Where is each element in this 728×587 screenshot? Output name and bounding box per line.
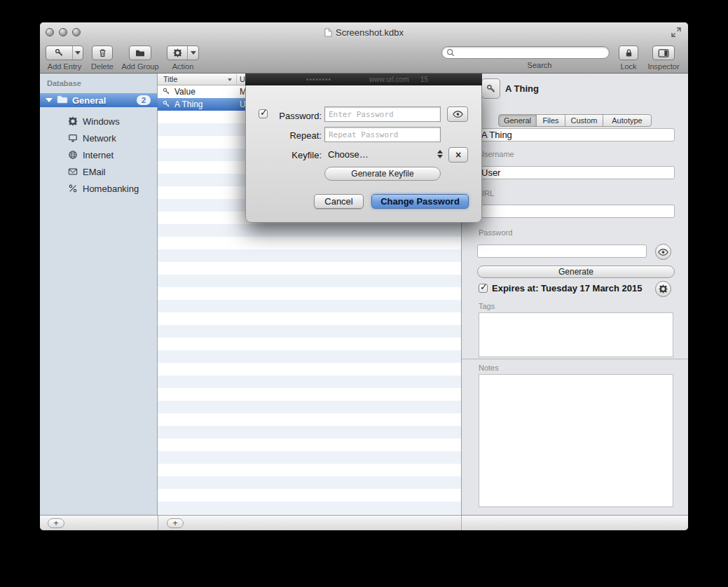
toolbar-lock: Lock bbox=[617, 46, 640, 71]
percent-icon bbox=[68, 184, 78, 193]
add-entry-plus-button[interactable]: + bbox=[167, 518, 184, 528]
search-label: Search bbox=[511, 61, 568, 69]
expires-label: Expires at: Tuesday 17 March 2015 bbox=[492, 283, 642, 294]
gear-icon bbox=[167, 46, 187, 60]
sheet-show-password-button[interactable] bbox=[447, 106, 468, 122]
expires-checkbox[interactable]: ✓ bbox=[479, 284, 488, 293]
sidebar-item-email[interactable]: EMail bbox=[40, 163, 158, 180]
lock-button[interactable] bbox=[619, 46, 638, 60]
sidebar-item-label: Windows bbox=[83, 116, 120, 127]
sheet-keyfile-label: Keyfile: bbox=[260, 150, 322, 160]
expires-settings-button[interactable] bbox=[655, 281, 671, 297]
sidebar-item-windows[interactable]: Windows bbox=[40, 113, 158, 130]
chevron-down-icon bbox=[191, 51, 196, 55]
inspector-tabs: General Files Custom Autotype bbox=[498, 114, 652, 127]
group-count-badge: 2 bbox=[137, 95, 151, 105]
username-label: Username bbox=[479, 150, 514, 158]
password-label: Password bbox=[479, 228, 512, 237]
add-entry-label: Add Entry bbox=[46, 62, 83, 71]
toolbar-inspector: Inspector bbox=[645, 46, 682, 71]
username-field[interactable] bbox=[477, 166, 675, 179]
keyfile-popup-value: Choose… bbox=[328, 149, 369, 160]
action-button[interactable] bbox=[167, 46, 199, 60]
entry-title-cell: Value bbox=[174, 85, 195, 98]
title-field[interactable] bbox=[477, 128, 675, 141]
add-group-plus-button[interactable]: + bbox=[48, 518, 64, 528]
disclosure-triangle-icon[interactable] bbox=[46, 98, 53, 102]
entry-key-icon bbox=[481, 78, 500, 99]
change-password-button[interactable]: Change Password bbox=[371, 194, 469, 209]
clear-keyfile-button[interactable]: × bbox=[448, 147, 468, 163]
sheet-repeat-label: Repeat: bbox=[260, 130, 322, 141]
show-password-button[interactable] bbox=[655, 244, 671, 260]
tab-custom[interactable]: Custom bbox=[565, 114, 603, 127]
sidebar-item-label: Network bbox=[83, 133, 116, 144]
keyfile-popup[interactable]: Choose… bbox=[324, 146, 446, 162]
toolbar-delete: Delete bbox=[90, 46, 115, 71]
app-window: Screenshot.kdbx Add Entry bbox=[40, 22, 688, 530]
lock-label: Lock bbox=[617, 62, 640, 71]
tab-autotype[interactable]: Autotype bbox=[603, 114, 652, 127]
notes-textarea[interactable] bbox=[479, 374, 673, 507]
obscured-url-cell: www.url.com bbox=[369, 76, 409, 83]
password-field[interactable] bbox=[477, 244, 647, 258]
gear-icon bbox=[659, 284, 668, 294]
action-label: Action bbox=[167, 62, 199, 71]
folder-icon bbox=[57, 95, 68, 106]
envelope-icon bbox=[68, 167, 78, 177]
delete-button[interactable] bbox=[92, 46, 113, 60]
globe-icon bbox=[68, 150, 78, 160]
search-field[interactable] bbox=[441, 46, 610, 59]
sidebar-item-internet[interactable]: Internet bbox=[40, 146, 158, 163]
sidebar-group-general[interactable]: General 2 bbox=[40, 93, 158, 107]
add-entry-dropdown[interactable] bbox=[72, 46, 83, 60]
generate-password-button[interactable]: Generate bbox=[477, 265, 675, 278]
sidebar-item-label: Internet bbox=[83, 150, 114, 160]
search-icon bbox=[446, 48, 455, 57]
column-divider[interactable] bbox=[236, 74, 237, 85]
bottom-bar: + + bbox=[40, 515, 688, 530]
obscured-password-cell: •••••••• bbox=[306, 76, 331, 83]
url-field[interactable] bbox=[477, 205, 675, 218]
sidebar-item-label: Homebanking bbox=[83, 184, 139, 194]
window-chrome: Screenshot.kdbx Add Entry bbox=[40, 22, 688, 74]
sidebar-item-homebanking[interactable]: Homebanking bbox=[40, 180, 158, 197]
sheet-password-input[interactable] bbox=[324, 106, 441, 122]
tags-textarea[interactable] bbox=[479, 312, 673, 357]
add-group-button[interactable] bbox=[129, 46, 151, 60]
tab-files[interactable]: Files bbox=[536, 114, 565, 127]
inspector-entry-title: A Thing bbox=[505, 83, 539, 94]
gear-icon bbox=[68, 116, 78, 126]
sidebar-group-label: General bbox=[72, 95, 137, 106]
tab-general[interactable]: General bbox=[498, 114, 537, 127]
search-input[interactable] bbox=[458, 48, 609, 57]
sidebar-item-network[interactable]: Network bbox=[40, 130, 158, 146]
sheet-repeat-input[interactable] bbox=[324, 127, 441, 142]
sidebar-section-header: Database bbox=[47, 79, 81, 88]
folder-icon bbox=[135, 49, 145, 57]
delete-label: Delete bbox=[90, 62, 115, 71]
action-dropdown[interactable] bbox=[187, 46, 198, 60]
toolbar-add-group: Add Group bbox=[119, 46, 161, 71]
sidebar: Database General 2 Windows Network bbox=[40, 74, 158, 515]
sidebar-item-label: EMail bbox=[83, 167, 106, 177]
inspector-panel: A Thing General Files Custom Autotype Us… bbox=[461, 74, 688, 515]
add-entry-button[interactable] bbox=[46, 46, 83, 60]
cancel-button[interactable]: Cancel bbox=[314, 194, 364, 209]
sort-indicator-icon bbox=[228, 78, 232, 81]
bottom-bar-divider bbox=[158, 516, 158, 530]
key-icon bbox=[163, 100, 171, 109]
inspector-button[interactable] bbox=[652, 46, 675, 60]
toolbar-add-entry: Add Entry bbox=[46, 46, 83, 71]
entry-title-cell: A Thing bbox=[174, 98, 202, 111]
change-password-sheet: •••••••• www.url.com 15 ✓ Password: Repe… bbox=[245, 74, 482, 223]
popup-stepper-icon bbox=[437, 150, 443, 158]
notes-label: Notes bbox=[479, 364, 499, 372]
lock-icon bbox=[624, 48, 633, 57]
tags-label: Tags bbox=[479, 302, 495, 310]
sheet-shadow-band: •••••••• www.url.com 15 bbox=[245, 74, 482, 85]
fullscreen-icon[interactable] bbox=[671, 27, 681, 37]
obscured-modified-cell: 15 bbox=[420, 76, 428, 83]
column-header-title[interactable]: Title bbox=[163, 75, 177, 83]
generate-keyfile-button[interactable]: Generate Keyfile bbox=[324, 167, 441, 181]
